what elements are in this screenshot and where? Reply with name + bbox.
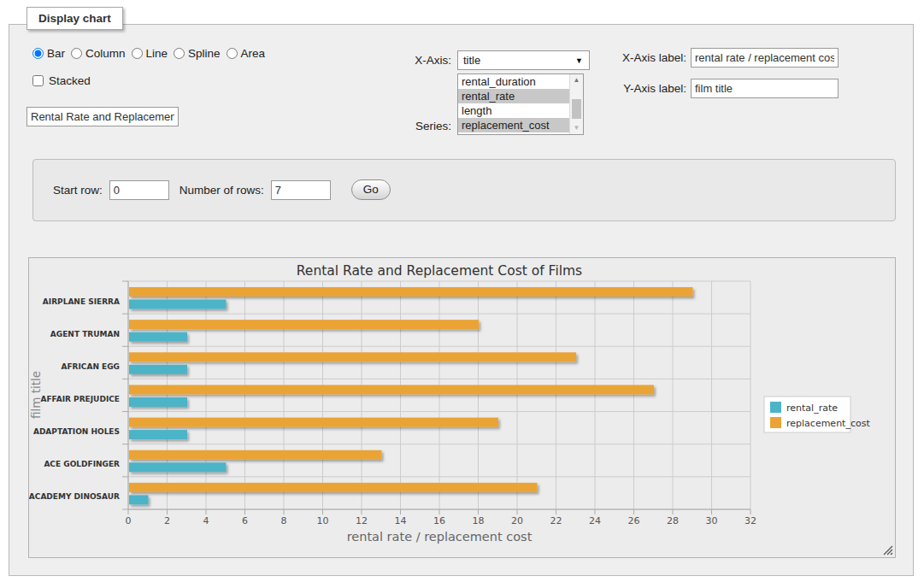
x-tick-label: 20 xyxy=(511,515,523,526)
start-row-input[interactable] xyxy=(109,180,169,200)
chart-container: Rental Rate and Replacement Cost of Film… xyxy=(28,257,896,558)
category-label-airplane-sierra: AIRPLANE SIERRA xyxy=(43,297,120,306)
chart-type-radio-area[interactable] xyxy=(227,48,238,59)
num-rows-input[interactable] xyxy=(271,180,331,200)
chart-type-item-spline: Spline xyxy=(174,47,221,60)
chart-type-row: BarColumnLineSplineArea xyxy=(32,47,271,60)
chart-type-label-area: Area xyxy=(241,47,266,60)
bar-replacement_cost-ace-goldfinger[interactable] xyxy=(129,450,382,460)
x-axis-select[interactable]: title ▼ xyxy=(457,50,590,70)
chart-type-label-column: Column xyxy=(85,47,126,60)
x-tick-label: 0 xyxy=(126,515,132,526)
x-tick-label: 14 xyxy=(395,515,407,526)
rows-panel: Start row: Number of rows: Go xyxy=(32,159,896,221)
category-label-academy-dinosaur: ACADEMY DINOSAUR xyxy=(29,492,120,501)
series-option-rental_duration[interactable]: rental_duration xyxy=(458,74,570,89)
bar-replacement_cost-african-egg[interactable] xyxy=(129,352,576,362)
bar-rental_rate-agent-truman[interactable] xyxy=(129,332,187,342)
chart-type-item-line: Line xyxy=(132,47,168,60)
x-axis-label-input[interactable] xyxy=(691,48,839,68)
bar-rental_rate-ace-goldfinger[interactable] xyxy=(129,462,227,472)
go-button[interactable]: Go xyxy=(351,179,391,200)
scrollbar-up-icon[interactable]: ▲ xyxy=(570,74,583,86)
display-chart-panel: Display chart BarColumnLineSplineArea St… xyxy=(9,24,914,576)
chart-type-radio-bar[interactable] xyxy=(32,48,44,59)
stacked-checkbox-row: Stacked xyxy=(32,74,91,87)
x-tick-label: 4 xyxy=(203,515,209,526)
chart-legend: rental_ratereplacement_cost xyxy=(764,397,870,432)
x-tick-label: 24 xyxy=(589,515,601,526)
chart-type-radio-spline[interactable] xyxy=(174,48,185,59)
scrollbar-thumb[interactable] xyxy=(572,99,581,119)
y-axis-title: film title xyxy=(29,371,43,419)
x-tick-label: 2 xyxy=(164,515,170,526)
chart-title-input[interactable] xyxy=(26,107,179,126)
bar-replacement_cost-agent-truman[interactable] xyxy=(129,320,479,329)
bar-chart: Rental Rate and Replacement Cost of Film… xyxy=(29,258,895,557)
x-tick-label: 16 xyxy=(433,515,445,526)
series-listbox-options: rental_durationrental_ratelengthreplacem… xyxy=(458,74,570,132)
chart-type-label-bar: Bar xyxy=(47,47,65,60)
bar-replacement_cost-airplane-sierra[interactable] xyxy=(129,287,693,297)
category-label-affair-prejudice: AFFAIR PREJUDICE xyxy=(40,395,120,403)
bar-rental_rate-adaptation-holes[interactable] xyxy=(129,430,187,439)
y-axis-label-label: Y-Axis label: xyxy=(609,82,686,95)
legend-label-rental_rate: rental_rate xyxy=(786,403,838,414)
x-tick-label: 6 xyxy=(242,515,248,526)
chart-type-radio-line[interactable] xyxy=(132,48,143,59)
bar-rental_rate-academy-dinosaur[interactable] xyxy=(129,495,149,504)
legend-label-replacement_cost: replacement_cost xyxy=(786,418,870,429)
stacked-label: Stacked xyxy=(49,74,91,87)
x-tick-label: 8 xyxy=(281,515,287,526)
series-option-length[interactable]: length xyxy=(458,103,570,118)
dropdown-arrow-icon: ▼ xyxy=(575,52,583,70)
x-axis-select-label: X-Axis: xyxy=(383,54,451,67)
chart-type-radio-column[interactable] xyxy=(71,48,82,59)
panel-legend: Display chart xyxy=(26,7,123,30)
x-tick-label: 26 xyxy=(628,515,640,526)
series-option-rental_rate[interactable]: rental_rate xyxy=(458,89,570,103)
scrollbar-down-icon[interactable]: ▼ xyxy=(570,122,583,134)
bar-replacement_cost-adaptation-holes[interactable] xyxy=(129,418,498,427)
x-axis-selected-value: title xyxy=(463,54,480,67)
x-tick-label: 10 xyxy=(317,515,329,526)
chart-type-label-line: Line xyxy=(146,47,168,60)
x-tick-label: 32 xyxy=(744,515,756,526)
category-label-agent-truman: AGENT TRUMAN xyxy=(50,330,120,338)
chart-type-label-spline: Spline xyxy=(188,47,221,60)
bar-rental_rate-african-egg[interactable] xyxy=(129,365,187,374)
bar-replacement_cost-academy-dinosaur[interactable] xyxy=(129,483,538,492)
start-row-label: Start row: xyxy=(53,184,103,197)
x-tick-label: 30 xyxy=(706,515,718,526)
x-tick-label: 28 xyxy=(667,515,679,526)
bar-rental_rate-airplane-sierra[interactable] xyxy=(129,300,227,309)
chart-type-item-area: Area xyxy=(227,47,266,60)
num-rows-label: Number of rows: xyxy=(180,184,264,197)
category-label-adaptation-holes: ADAPTATION HOLES xyxy=(33,427,120,436)
resize-grip-icon[interactable] xyxy=(884,546,892,555)
bar-replacement_cost-affair-prejudice[interactable] xyxy=(129,385,654,394)
y-axis-label-input[interactable] xyxy=(691,79,839,98)
chart-type-item-bar: Bar xyxy=(32,47,65,60)
x-axis-title: rental rate / replacement cost xyxy=(347,530,533,544)
category-label-african-egg: AFRICAN EGG xyxy=(61,362,120,371)
bar-rental_rate-affair-prejudice[interactable] xyxy=(129,397,187,407)
legend-swatch-rental_rate xyxy=(770,402,781,413)
series-listbox-scrollbar[interactable]: ▲ ▼ xyxy=(569,74,583,134)
legend-item-rental_rate[interactable]: rental_rate xyxy=(770,402,838,414)
chart-type-item-column: Column xyxy=(71,47,126,60)
chart-title: Rental Rate and Replacement Cost of Film… xyxy=(297,263,582,279)
x-axis-label-label: X-Axis label: xyxy=(609,51,686,64)
category-label-ace-goldfinger: ACE GOLDFINGER xyxy=(44,460,120,468)
series-option-replacement_cost[interactable]: replacement_cost xyxy=(458,118,570,132)
x-tick-label: 18 xyxy=(473,515,485,526)
x-tick-label: 22 xyxy=(550,515,562,526)
stacked-checkbox[interactable] xyxy=(32,75,44,86)
legend-swatch-replacement_cost xyxy=(770,417,781,428)
series-listbox-label: Series: xyxy=(383,120,451,132)
x-tick-label: 12 xyxy=(356,515,368,526)
series-listbox: rental_durationrental_ratelengthreplacem… xyxy=(457,73,584,135)
